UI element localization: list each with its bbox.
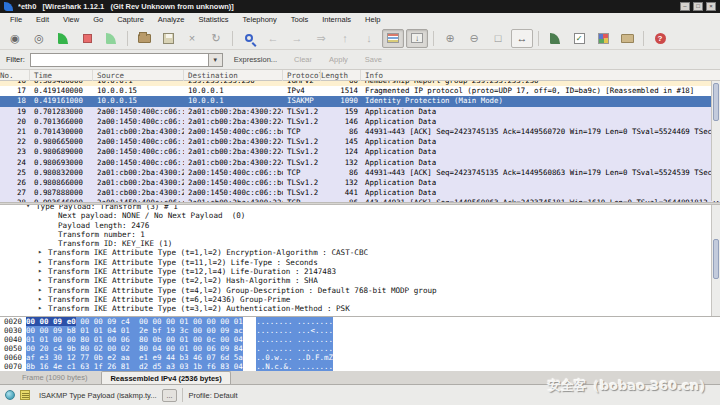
go-to-top-button[interactable]: ↑ — [334, 29, 356, 48]
save-button[interactable]: Save — [359, 54, 388, 65]
menu-file[interactable]: File — [3, 13, 29, 27]
hex-row-0030[interactable]: 003000 00 09 b8 01 01 04 01 2e bf 19 3c … — [0, 326, 720, 335]
packet-list-scrollbar[interactable] — [711, 81, 720, 201]
column-header-source[interactable]: Source — [93, 70, 184, 81]
filter-dropdown-button[interactable]: ▼ — [208, 53, 223, 67]
expander-icon[interactable]: ▸ — [38, 258, 48, 267]
help-button[interactable]: ? — [649, 29, 671, 48]
menu-view[interactable]: View — [56, 13, 86, 27]
packet-row-25[interactable]: 250.9808320002a01:cb00:2ba:4300:22472a00… — [0, 168, 720, 178]
display-filters-button[interactable]: ✓ — [568, 29, 590, 48]
column-header-no[interactable]: No. — [0, 70, 30, 81]
packet-row-23[interactable]: 230.9806890002a00:1450:400c:c06::bd2a01:… — [0, 147, 720, 157]
open-file-button[interactable] — [133, 29, 155, 48]
apply-button[interactable]: Apply — [323, 54, 354, 65]
filter-input[interactable] — [30, 53, 208, 67]
title-bar[interactable]: *eth0 [Wireshark 1.12.1 (Git Rev Unknown… — [0, 0, 720, 13]
column-header-destination[interactable]: Destination — [184, 70, 283, 81]
menu-internals[interactable]: Internals — [315, 13, 358, 27]
hex-row-0040[interactable]: 004001 01 00 00 80 01 00 06 80 0b 00 01 … — [0, 335, 720, 344]
resize-columns-button[interactable]: ↔ — [511, 29, 533, 48]
packet-row-19[interactable]: 190.7012830002a00:1450:400c:c06::bd2a01:… — [0, 107, 720, 117]
hex-row-0070[interactable]: 00708b 16 4e c1 63 1f 26 81 d2 d5 a3 03 … — [0, 362, 720, 371]
expander-icon[interactable]: ▸ — [38, 304, 48, 313]
packet-list-scrollbar-thumb[interactable] — [713, 83, 719, 121]
expander-icon[interactable]: ▸ — [38, 267, 48, 276]
clear-button[interactable]: Clear — [288, 54, 318, 65]
menu-help[interactable]: Help — [358, 13, 387, 27]
menu-tools[interactable]: Tools — [284, 13, 316, 27]
zoom-out-button[interactable]: ⊖ — [463, 29, 485, 48]
packet-row-18[interactable]: 180.41916100010.0.0.1510.0.0.1ISAKMP1090… — [0, 96, 720, 106]
expert-info-icon[interactable] — [5, 390, 15, 400]
packet-row-20[interactable]: 200.7013660002a00:1450:400c:c06::bd2a01:… — [0, 117, 720, 127]
packet-row-24[interactable]: 240.9806930002a00:1450:400c:c06::bd2a01:… — [0, 158, 720, 168]
expander-icon[interactable]: ▾ — [26, 205, 36, 211]
colorize-list-toggle-button[interactable] — [382, 29, 404, 48]
detail-line-3[interactable]: Transform number: 1 — [0, 230, 720, 239]
list-interfaces-button[interactable]: ◉ — [4, 29, 26, 48]
expression-button[interactable]: Expression... — [228, 54, 283, 65]
zoom-100-button[interactable]: □ — [487, 29, 509, 48]
packet-row-27[interactable]: 270.9878880002a01:cb00:2ba:4300:22472a00… — [0, 188, 720, 198]
auto-scroll-toggle-button[interactable]: ↓ — [406, 29, 428, 48]
menu-edit[interactable]: Edit — [29, 13, 56, 27]
restart-capture-button[interactable] — [100, 29, 122, 48]
detail-line-10[interactable]: ▸Transform IKE Attribute Type (t=6,l=243… — [0, 295, 720, 304]
packet-row-26[interactable]: 260.9808660002a01:cb00:2ba:4300:22472a00… — [0, 178, 720, 188]
find-packet-button[interactable] — [238, 29, 260, 48]
detail-line-4[interactable]: Transform ID: KEY_IKE (1) — [0, 239, 720, 248]
expander-icon[interactable]: ▸ — [38, 295, 48, 304]
go-to-bottom-button[interactable]: ↓ — [358, 29, 380, 48]
reload-button[interactable]: ↻ — [205, 29, 227, 48]
menu-statistics[interactable]: Statistics — [192, 13, 236, 27]
capture-comment-icon[interactable] — [20, 390, 30, 400]
expander-icon[interactable]: ▸ — [38, 248, 48, 257]
menu-capture[interactable]: Capture — [110, 13, 151, 27]
expander-icon[interactable]: ▸ — [38, 276, 48, 285]
save-file-button[interactable] — [157, 29, 179, 48]
menu-telephony[interactable]: Telephony — [236, 13, 284, 27]
column-header-time[interactable]: Time — [30, 70, 93, 81]
packet-row-21[interactable]: 210.7014300002a01:cb00:2ba:4300:22472a00… — [0, 127, 720, 137]
maximize-button[interactable]: □ — [693, 2, 703, 11]
close-button[interactable]: × — [706, 2, 716, 11]
column-header-length[interactable]: Length — [321, 70, 361, 81]
menu-go[interactable]: Go — [86, 13, 110, 27]
more-button[interactable]: ... — [162, 389, 178, 402]
tab-reassembled-ipv4[interactable]: Reassembled IPv4 (2536 bytes) — [101, 371, 230, 384]
go-to-packet-button[interactable]: ⇒ — [310, 29, 332, 48]
stop-capture-button[interactable] — [76, 29, 98, 48]
details-scrollbar-thumb[interactable] — [713, 239, 719, 279]
packet-row-28[interactable]: 280.9936460002a00:1450:400c:c06::bd2a01:… — [0, 198, 720, 202]
packet-row-17[interactable]: 170.41914000010.0.0.1510.0.0.1IPv41514Fr… — [0, 86, 720, 96]
capture-options-button[interactable]: ◎ — [28, 29, 50, 48]
hex-row-0050[interactable]: 005000 20 c4 9b 80 02 00 02 80 04 00 01 … — [0, 344, 720, 353]
hex-row-0020[interactable]: 002000 00 09 e0 00 00 09 c4 00 00 00 01 … — [0, 317, 720, 326]
menu-analyze[interactable]: Analyze — [151, 13, 192, 27]
detail-line-1[interactable]: Next payload: NONE / No Next Payload (0) — [0, 211, 720, 220]
detail-line-11[interactable]: ▸Transform IKE Attribute Type (t=3,l=2) … — [0, 304, 720, 313]
tab-frame[interactable]: Frame (1090 bytes) — [14, 371, 95, 384]
detail-line-9[interactable]: ▸Transform IKE Attribute Type (t=4,l=2) … — [0, 286, 720, 295]
coloring-rules-button[interactable] — [592, 29, 614, 48]
profile-label[interactable]: Profile: Default — [188, 391, 237, 400]
go-forward-button[interactable]: → — [286, 29, 308, 48]
hex-row-0060[interactable]: 0060af e3 30 12 77 0b e2 aa e1 e9 44 b3 … — [0, 353, 720, 362]
close-file-button[interactable]: × — [181, 29, 203, 48]
column-header-protocol[interactable]: Protocol — [283, 70, 321, 81]
zoom-in-button[interactable]: ⊕ — [439, 29, 461, 48]
detail-line-6[interactable]: ▸Transform IKE Attribute Type (t=11,l=2)… — [0, 258, 720, 267]
detail-line-5[interactable]: ▸Transform IKE Attribute Type (t=1,l=2) … — [0, 248, 720, 257]
column-header-info[interactable]: Info — [361, 70, 720, 81]
packet-row-22[interactable]: 220.9806650002a00:1450:400c:c06::bd2a01:… — [0, 137, 720, 147]
detail-line-2[interactable]: Payload length: 2476 — [0, 221, 720, 230]
go-back-button[interactable]: ← — [262, 29, 284, 48]
preferences-button[interactable] — [616, 29, 638, 48]
start-capture-button[interactable] — [52, 29, 74, 48]
capture-filters-button[interactable] — [544, 29, 566, 48]
expander-icon[interactable]: ▸ — [38, 286, 48, 295]
detail-line-8[interactable]: ▸Transform IKE Attribute Type (t=2,l=2) … — [0, 276, 720, 285]
detail-line-7[interactable]: ▸Transform IKE Attribute Type (t=12,l=4)… — [0, 267, 720, 276]
minimize-button[interactable]: – — [680, 2, 690, 11]
